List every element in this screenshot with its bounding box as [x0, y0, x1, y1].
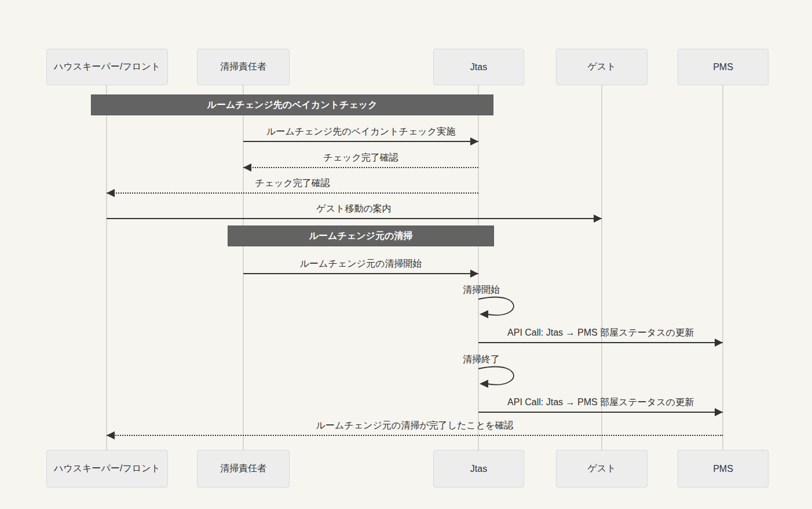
message-arrow-line: [107, 192, 478, 194]
lifeline-cleaning-manager: [243, 85, 244, 450]
actor-top-housekeeper-front: ハウスキーパー/フロント: [46, 49, 168, 85]
message-arrow-line: [243, 141, 478, 142]
message-label: API Call: Jtas → PMS 部屋ステータスの更新: [507, 326, 694, 339]
sequence-diagram: ハウスキーパー/フロント 清掃責任者 Jtas ゲスト PMS ルームチェンジ先…: [0, 0, 812, 509]
message-arrow-line: [243, 167, 478, 168]
arrowhead-right-icon: [715, 408, 723, 416]
arrowhead-right-icon: [594, 214, 602, 223]
actor-label: PMS: [713, 464, 733, 474]
actor-label: 清掃責任者: [220, 61, 266, 73]
message-arrow-line: [107, 218, 602, 219]
arrowhead-right-icon: [715, 339, 723, 347]
message-label: ルームチェンジ元の清掃が完了したことを確認: [316, 419, 514, 432]
actor-label: ゲスト: [587, 61, 616, 73]
actor-top-guest: ゲスト: [556, 49, 648, 85]
selfloop-arrow-icon: [478, 365, 515, 390]
actor-label: 清掃責任者: [220, 463, 266, 475]
message-arrow-line: [107, 435, 723, 436]
message-arrow-line: [478, 412, 723, 413]
actor-bottom-cleaning-manager: 清掃責任者: [197, 450, 290, 488]
arrowhead-right-icon: [470, 270, 478, 278]
selfloop-arrow-icon: [478, 296, 515, 320]
message-label: チェック完了確認: [255, 177, 330, 190]
actor-label: ハウスキーパー/フロント: [54, 61, 160, 73]
actor-label: Jtas: [470, 62, 487, 72]
selfloop-label: 清掃開始: [463, 283, 500, 296]
actor-top-pms: PMS: [678, 49, 769, 85]
actor-bottom-jtas: Jtas: [433, 450, 524, 488]
actor-bottom-guest: ゲスト: [556, 450, 648, 488]
actor-label: PMS: [713, 62, 733, 72]
message-arrow-line: [243, 273, 478, 274]
message-label: ゲスト移動の案内: [316, 202, 392, 215]
lifeline-pms: [722, 85, 723, 450]
message-label: チェック完了確認: [323, 151, 398, 164]
note-vacant-check: ルームチェンジ先のベイカントチェック: [91, 94, 493, 115]
message-label: ルームチェンジ元の清掃開始: [300, 257, 422, 270]
actor-top-cleaning-manager: 清掃責任者: [197, 49, 290, 85]
lifeline-guest: [601, 85, 602, 450]
message-arrow-line: [478, 342, 723, 343]
arrowhead-left-icon: [107, 189, 115, 197]
note-label: ルームチェンジ元の清掃: [309, 230, 413, 242]
note-origin-cleaning: ルームチェンジ元の清掃: [228, 226, 494, 246]
arrowhead-right-icon: [470, 137, 478, 146]
selfloop-label: 清掃終了: [463, 353, 500, 366]
actor-label: Jtas: [470, 464, 487, 474]
note-label: ルームチェンジ先のベイカントチェック: [207, 99, 378, 111]
message-label: API Call: Jtas → PMS 部屋ステータスの更新: [507, 396, 694, 409]
actor-bottom-pms: PMS: [678, 450, 769, 488]
actor-label: ハウスキーパー/フロント: [54, 463, 160, 475]
actor-bottom-housekeeper-front: ハウスキーパー/フロント: [46, 450, 168, 488]
arrowhead-left-icon: [107, 431, 115, 439]
actor-top-jtas: Jtas: [433, 49, 524, 85]
arrowhead-left-icon: [243, 163, 251, 172]
message-label: ルームチェンジ先のベイカントチェック実施: [266, 125, 455, 138]
lifeline-housekeeper-front: [106, 85, 107, 450]
actor-label: ゲスト: [587, 463, 616, 475]
